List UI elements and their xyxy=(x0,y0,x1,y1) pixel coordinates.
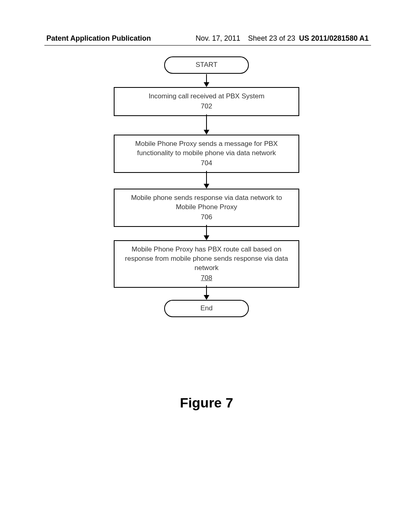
arrowhead-icon xyxy=(204,184,209,189)
header-sheet-number: Sheet 23 of 23 xyxy=(248,34,295,43)
flow-start: START xyxy=(164,56,249,74)
flow-step-ref: 706 xyxy=(120,213,293,222)
flow-step-702: Incoming call received at PBX System 702 xyxy=(114,87,299,116)
flow-start-label: START xyxy=(196,61,217,69)
flow-step-708: Mobile Phone Proxy has PBX route call ba… xyxy=(114,240,299,288)
flow-step-ref: 704 xyxy=(120,159,293,168)
arrowhead-icon xyxy=(204,82,209,87)
flow-step-ref: 708 xyxy=(120,274,293,283)
flow-step-704: Mobile Phone Proxy sends a message for P… xyxy=(114,135,299,173)
connector xyxy=(206,114,207,131)
flow-step-706: Mobile phone sends response via data net… xyxy=(114,189,299,227)
flow-end: End xyxy=(164,300,249,317)
connector xyxy=(206,171,207,185)
figure-caption: Figure 7 xyxy=(180,395,233,411)
flow-end-label: End xyxy=(200,304,213,312)
page: Patent Application Publication Nov. 17, … xyxy=(0,0,413,532)
flow-step-ref: 702 xyxy=(120,102,293,111)
flow-step-text: Incoming call received at PBX System xyxy=(148,92,264,100)
flow-step-text: Mobile Phone Proxy has PBX route call ba… xyxy=(125,245,288,272)
connector xyxy=(206,285,207,296)
header-date: Nov. 17, 2011 xyxy=(196,34,240,43)
arrowhead-icon xyxy=(204,130,209,135)
arrowhead-icon xyxy=(204,295,209,300)
header-publication-label: Patent Application Publication xyxy=(46,34,151,43)
header-publication-number: US 2011/0281580 A1 xyxy=(299,34,369,43)
arrowhead-icon xyxy=(204,235,209,240)
connector xyxy=(206,74,207,83)
connector xyxy=(206,225,207,236)
flow-step-text: Mobile Phone Proxy sends a message for P… xyxy=(135,140,277,157)
flow-step-text: Mobile phone sends response via data net… xyxy=(131,194,282,211)
header-rule xyxy=(44,45,371,46)
